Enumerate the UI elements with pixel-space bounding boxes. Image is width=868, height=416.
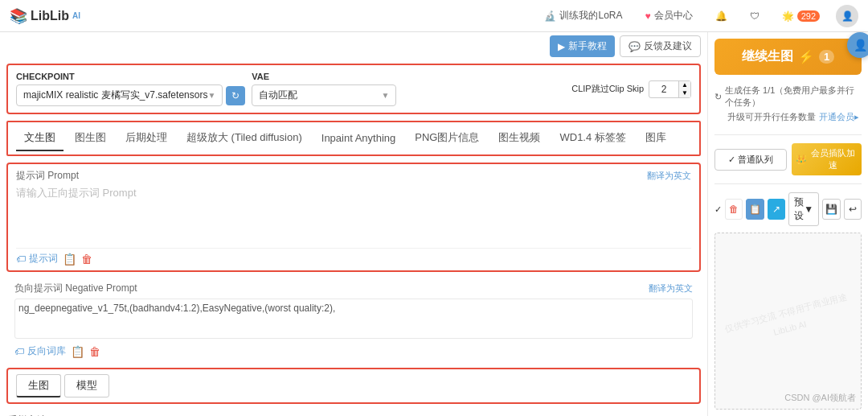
newuser-tutorial-btn[interactable]: ▶ 新手教程 xyxy=(550,35,615,57)
normal-queue-btn[interactable]: ✓ 普通队列 xyxy=(714,149,787,171)
sub-tab-generate[interactable]: 生图 xyxy=(16,374,61,397)
bell-icon: 🔔 xyxy=(715,10,727,22)
clip-label: CLIP跳过Clip Skip xyxy=(571,83,644,95)
neg-prompt-textarea[interactable]: ng_deepnegative_v1_75t,(badhandv4:1.2),E… xyxy=(14,299,693,339)
chat-icon: 💬 xyxy=(628,41,641,52)
member-center-btn[interactable]: ♥ 会员中心 xyxy=(639,6,699,26)
member-queue-label: 会员插队加速 xyxy=(809,147,858,171)
divider-1 xyxy=(714,134,862,135)
logo: 📚 LibLib AI xyxy=(10,7,80,25)
copy-preset-btn[interactable]: 📋 xyxy=(746,199,764,220)
sub-tabs: 生图 模型 xyxy=(6,368,701,404)
tab-upscale[interactable]: 超级放大 (Tiled diffusion) xyxy=(178,126,310,151)
open-member-btn[interactable]: 开通会员▸ xyxy=(819,111,859,123)
generate-label: 继续生图 xyxy=(742,48,793,65)
logo-icon: 📚 xyxy=(10,7,27,25)
neg-tag-library-btn[interactable]: 🏷 反向词库 xyxy=(14,344,66,358)
topbar-right: 🔬 训练我的LoRA ♥ 会员中心 🔔 🛡 🌟 292 👤 xyxy=(538,5,858,27)
share-preset-btn[interactable]: ↗ xyxy=(768,199,785,220)
main-container: ▶ 新手教程 💬 反馈及建议 CHECKPOINT majicMIX reali… xyxy=(0,32,868,416)
check-icon: ✓ xyxy=(728,154,735,164)
coin-icon: 🌟 xyxy=(782,10,794,22)
bell-btn[interactable]: 🔔 xyxy=(709,7,734,25)
checkpoint-select[interactable]: majicMIX realistic 麦橘写实_v7.safetensors ▼ xyxy=(16,84,223,106)
tab-img2img[interactable]: 图生图 xyxy=(67,126,114,151)
tab-postprocess[interactable]: 后期处理 xyxy=(117,126,175,151)
points-btn[interactable]: 🌟 292 xyxy=(776,7,826,25)
checkpoint-refresh-btn[interactable]: ↻ xyxy=(226,86,245,105)
checkpoint-value: majicMIX realistic 麦橘写实_v7.safetensors xyxy=(23,89,207,102)
tag-icon: 🏷 xyxy=(16,253,26,265)
watermark-area: 仅供学习交流 不得用于商业用途 LibLib AI CSDN @AI领航者 xyxy=(714,233,862,410)
avatar-icon: 👤 xyxy=(841,10,854,22)
neg-prompt-header: 负向提示词 Negative Prompt 翻译为英文 xyxy=(14,282,693,295)
gen-settings: 采样方法 Sampler method ● Euler a ▼ 迭代步数 Sam… xyxy=(0,409,707,416)
avatar[interactable]: 👤 xyxy=(836,5,858,27)
refresh-small-icon: ↻ xyxy=(714,92,722,102)
delete-neg-btn[interactable]: 🗑 xyxy=(89,345,100,358)
topbar: 📚 LibLib AI 🔬 训练我的LoRA ♥ 会员中心 🔔 🛡 🌟 292 … xyxy=(0,0,868,32)
preset-label: 预设 xyxy=(794,196,804,223)
tag-library-btn[interactable]: 🏷 提示词 xyxy=(16,252,58,266)
gen-info-row: ↻ 生成任务 1/1（免费用户最多并行个任务） 升级可开升行任务数量 开通会员▸ xyxy=(714,81,862,126)
play-icon: ▶ xyxy=(558,41,565,52)
clip-down-btn[interactable]: ▼ xyxy=(679,89,690,97)
refresh-icon: ↻ xyxy=(231,90,240,101)
delete-preset-btn[interactable]: 🗑 xyxy=(725,199,743,220)
prompt-section: 提示词 Prompt 翻译为英文 🏷 提示词 📋 🗑 xyxy=(6,163,701,272)
delete-prompt-btn[interactable]: 🗑 xyxy=(81,253,92,266)
train-icon: 🔬 xyxy=(544,10,556,22)
clip-up-btn[interactable]: ▲ xyxy=(679,81,690,89)
newuser-label: 新手教程 xyxy=(568,39,607,53)
preset-arrow-icon: ▼ xyxy=(804,204,813,215)
vae-select[interactable]: 自动匹配 ▼ xyxy=(252,84,396,106)
floating-action-btn[interactable]: 👤 xyxy=(847,32,868,58)
preset-row: ✓ 🗑 📋 ↗ 预设 ▼ 💾 ↩ xyxy=(714,192,862,226)
neg-prompt-actions: 🏷 反向词库 📋 🗑 xyxy=(14,344,693,358)
gen-info-text: 生成任务 1/1（免费用户最多并行个任务） xyxy=(725,84,862,109)
shield-btn[interactable]: 🛡 xyxy=(743,7,766,25)
config-row: CHECKPOINT majicMIX realistic 麦橘写实_v7.sa… xyxy=(6,64,701,114)
prompt-header: 提示词 Prompt 翻译为英文 xyxy=(16,169,691,183)
copy-prompt-btn[interactable]: 📋 xyxy=(63,253,76,266)
dropdown-arrow-icon: ▼ xyxy=(207,91,215,100)
preset-select[interactable]: 预设 ▼ xyxy=(788,192,819,226)
member-queue-btn[interactable]: 👑 会员插队加速 xyxy=(792,143,862,175)
save-preset-btn[interactable]: 💾 xyxy=(822,199,840,220)
vae-value: 自动匹配 xyxy=(259,89,297,102)
logo-text: LibLib xyxy=(31,9,69,23)
prompt-label: 提示词 Prompt xyxy=(16,169,79,183)
person-icon: 👤 xyxy=(854,39,867,51)
train-lora-btn[interactable]: 🔬 训练我的LoRA xyxy=(538,6,628,26)
copy-neg-btn[interactable]: 📋 xyxy=(71,345,84,358)
csdn-badge: CSDN @AI领航者 xyxy=(784,392,856,404)
queue-row: ✓ 普通队列 👑 会员插队加速 xyxy=(714,143,862,175)
clip-value: 2 xyxy=(649,81,678,97)
right-panel: 继续生图 ⚡ 1 ↻ 生成任务 1/1（免费用户最多并行个任务） 升级可开升行任… xyxy=(707,32,868,416)
neg-prompt-section: 负向提示词 Negative Prompt 翻译为英文 ng_deepnegat… xyxy=(6,277,701,363)
watermark-text: 仅供学习交流 不得用于商业用途 LibLib AI xyxy=(714,286,862,355)
checkpoint-label: CHECKPOINT xyxy=(16,72,245,81)
translate-neg-btn[interactable]: 翻译为英文 xyxy=(649,282,693,294)
tab-gallery[interactable]: 图库 xyxy=(637,126,674,151)
tab-wd14[interactable]: WD1.4 标签签 xyxy=(551,126,633,151)
shield-icon: 🛡 xyxy=(750,10,760,22)
tab-pnginfo[interactable]: PNG图片信息 xyxy=(407,126,487,151)
tab-text2img[interactable]: 文生图 xyxy=(16,126,63,151)
sub-tab-model[interactable]: 模型 xyxy=(64,374,109,397)
gen-info: ↻ 生成任务 1/1（免费用户最多并行个任务） xyxy=(714,84,862,109)
generate-btn[interactable]: 继续生图 ⚡ 1 xyxy=(714,39,862,75)
translate-prompt-btn[interactable]: 翻译为英文 xyxy=(647,170,691,182)
feedback-btn[interactable]: 💬 反馈及建议 xyxy=(620,35,701,57)
prompt-textarea[interactable] xyxy=(16,186,691,242)
tab-video[interactable]: 图生视频 xyxy=(490,126,548,151)
left-panel: ▶ 新手教程 💬 反馈及建议 CHECKPOINT majicMIX reali… xyxy=(0,32,707,416)
generate-count: 1 xyxy=(819,50,834,64)
clip-group: CLIP跳过Clip Skip 2 ▲ ▼ xyxy=(571,80,691,98)
logo-ai: AI xyxy=(72,11,80,20)
load-preset-btn[interactable]: ↩ xyxy=(844,199,862,220)
upgrade-row: 升级可开升行任务数量 开通会员▸ xyxy=(714,111,862,123)
neg-prompt-label: 负向提示词 Negative Prompt xyxy=(14,282,137,295)
top-btn-row: ▶ 新手教程 💬 反馈及建议 xyxy=(0,32,707,57)
tab-inpaint[interactable]: Inpaint Anything xyxy=(313,127,404,150)
